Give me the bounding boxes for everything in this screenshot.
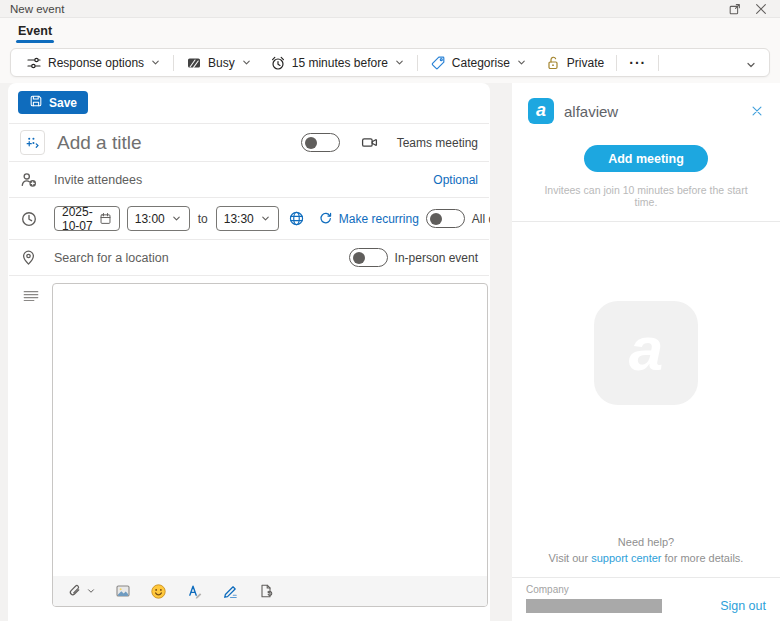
reminder-label: 15 minutes before bbox=[292, 56, 388, 70]
save-button-label: Save bbox=[49, 96, 77, 110]
insert-image-button[interactable] bbox=[115, 583, 131, 599]
make-recurring-button[interactable]: Make recurring bbox=[318, 211, 419, 226]
new-event-window: New event Event Response options bbox=[0, 0, 780, 621]
alfaview-logo-icon: a bbox=[528, 98, 554, 124]
categorise-label: Categorise bbox=[452, 56, 510, 70]
close-icon[interactable] bbox=[754, 2, 768, 16]
location-pin-icon bbox=[20, 249, 40, 266]
lock-open-icon bbox=[545, 55, 561, 71]
image-icon bbox=[115, 583, 131, 599]
emoji-button[interactable] bbox=[150, 583, 167, 600]
invite-attendees-input[interactable]: Invite attendees bbox=[54, 173, 142, 187]
event-description-editor[interactable] bbox=[52, 283, 488, 607]
text-format-button[interactable] bbox=[186, 583, 203, 600]
recurring-arrows-icon bbox=[318, 211, 333, 226]
in-person-toggle[interactable] bbox=[349, 248, 388, 267]
timezone-globe-icon[interactable] bbox=[288, 210, 305, 227]
company-name-redacted bbox=[526, 599, 662, 613]
options-sliders-icon bbox=[26, 55, 42, 71]
ribbon-area: Response options Busy 15 minutes before bbox=[0, 44, 780, 83]
all-day-toggle[interactable] bbox=[426, 209, 465, 228]
chevron-down-icon bbox=[516, 57, 527, 68]
event-form-card: Save Add a title Teams meeting bbox=[8, 83, 490, 621]
save-row: Save bbox=[8, 83, 490, 123]
help-text: Need help? Visit our support center for … bbox=[512, 535, 780, 577]
private-label: Private bbox=[567, 56, 604, 70]
document-options-button[interactable] bbox=[258, 583, 274, 599]
chevron-down-icon bbox=[86, 586, 96, 596]
start-time-select[interactable]: 13:00 bbox=[127, 206, 190, 231]
optional-attendees-link[interactable]: Optional bbox=[433, 173, 478, 187]
ribbon-divider bbox=[658, 55, 659, 71]
add-person-icon bbox=[20, 171, 40, 189]
alarm-clock-icon bbox=[270, 55, 286, 71]
ribbon-divider bbox=[616, 55, 617, 71]
location-input[interactable]: Search for a location bbox=[54, 251, 169, 265]
chevron-down-icon bbox=[394, 57, 405, 68]
ribbon-collapse-chevron-icon[interactable] bbox=[745, 57, 757, 75]
alfaview-watermark-logo: a bbox=[594, 301, 698, 405]
ribbon: Response options Busy 15 minutes before bbox=[10, 48, 770, 77]
title-input[interactable]: Add a title bbox=[57, 132, 289, 154]
tab-event-label: Event bbox=[18, 24, 52, 38]
chevron-down-icon bbox=[150, 57, 161, 68]
paperclip-icon bbox=[67, 583, 83, 599]
addin-close-icon[interactable] bbox=[750, 104, 764, 118]
help-suffix: for more details. bbox=[662, 552, 744, 564]
teams-meeting-toggle[interactable] bbox=[301, 133, 340, 152]
end-time-select[interactable]: 13:30 bbox=[216, 206, 279, 231]
date-input[interactable]: 2025-10-07 bbox=[54, 206, 120, 231]
company-label: Company bbox=[526, 584, 766, 595]
ribbon-divider bbox=[173, 55, 174, 71]
start-time-value: 13:00 bbox=[135, 212, 165, 226]
text-lines-icon bbox=[22, 287, 40, 309]
help-details-line: Visit our support center for more detail… bbox=[512, 551, 780, 567]
teams-meeting-label: Teams meeting bbox=[397, 136, 478, 150]
description-row bbox=[8, 276, 490, 621]
make-recurring-label: Make recurring bbox=[339, 212, 419, 226]
ribbon-overflow-button[interactable]: ··· bbox=[620, 55, 655, 71]
help-prefix: Visit our bbox=[549, 552, 592, 564]
busy-status-icon bbox=[186, 55, 202, 71]
datetime-row: 2025-10-07 13:00 to 13:30 bbox=[8, 198, 490, 239]
editor-toolbar bbox=[53, 576, 487, 606]
clock-icon bbox=[20, 210, 40, 228]
event-icon-picker[interactable] bbox=[20, 130, 45, 155]
show-as-busy-button[interactable]: Busy bbox=[177, 51, 261, 74]
calendar-icon bbox=[99, 212, 112, 225]
show-as-label: Busy bbox=[208, 56, 235, 70]
to-label: to bbox=[197, 212, 209, 226]
tab-event[interactable]: Event bbox=[16, 24, 54, 44]
tab-strip: Event bbox=[0, 18, 780, 44]
popout-icon[interactable] bbox=[728, 2, 742, 16]
reminder-button[interactable]: 15 minutes before bbox=[261, 51, 414, 74]
date-value: 2025-10-07 bbox=[62, 205, 93, 233]
sign-out-link[interactable]: Sign out bbox=[720, 599, 766, 613]
response-options-button[interactable]: Response options bbox=[17, 51, 170, 74]
chevron-down-icon bbox=[260, 213, 271, 224]
chevron-down-icon bbox=[171, 213, 182, 224]
document-icon bbox=[258, 583, 274, 599]
tag-icon bbox=[430, 55, 446, 71]
ribbon-divider bbox=[417, 55, 418, 71]
tab-active-underline bbox=[16, 40, 54, 43]
attach-file-button[interactable] bbox=[67, 583, 96, 599]
company-section: Company Sign out bbox=[512, 578, 780, 621]
support-center-link[interactable]: support center bbox=[591, 552, 661, 564]
private-button[interactable]: Private bbox=[536, 51, 613, 74]
title-row: Add a title Teams meeting bbox=[8, 124, 490, 161]
draw-pen-button[interactable] bbox=[222, 583, 239, 600]
save-button[interactable]: Save bbox=[18, 91, 88, 114]
pen-icon bbox=[222, 583, 239, 600]
join-note: Invitees can join 10 minutes before the … bbox=[512, 184, 780, 208]
addin-header: a alfaview bbox=[512, 83, 780, 124]
format-letter-pen-icon bbox=[186, 583, 203, 600]
titlebar: New event bbox=[0, 0, 780, 18]
window-title: New event bbox=[10, 3, 64, 15]
editor-text-area[interactable] bbox=[53, 284, 487, 576]
categorise-button[interactable]: Categorise bbox=[421, 51, 536, 74]
chevron-down-icon bbox=[241, 57, 252, 68]
alfaview-addin-panel: a alfaview Add meeting Invitees can join… bbox=[512, 83, 780, 621]
addin-body: a bbox=[512, 222, 780, 535]
add-meeting-button[interactable]: Add meeting bbox=[584, 145, 708, 172]
